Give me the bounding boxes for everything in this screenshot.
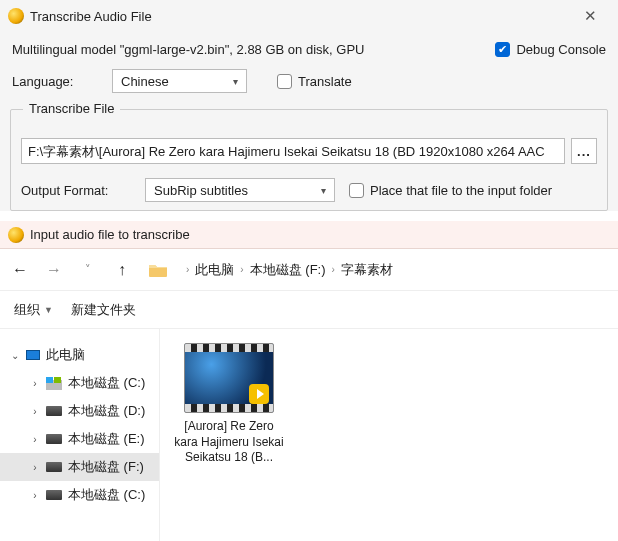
nav-row: ← → ˅ ↑ › 此电脑 › 本地磁盘 (F:) › 字幕素材 xyxy=(0,249,618,291)
folder-tree[interactable]: ⌄ 此电脑 › 本地磁盘 (C:) › 本地磁盘 (D:) › 本地磁盘 (E:… xyxy=(0,329,160,541)
output-format-label: Output Format: xyxy=(21,183,131,198)
new-folder-label: 新建文件夹 xyxy=(71,301,136,319)
pc-icon xyxy=(26,350,40,360)
player-badge-label: Player xyxy=(254,406,271,412)
chevron-right-icon: › xyxy=(186,264,189,275)
language-label: Language: xyxy=(12,74,102,89)
app-icon xyxy=(8,227,24,243)
drive-label: 本地磁盘 (F:) xyxy=(68,458,144,476)
svg-rect-2 xyxy=(54,377,61,383)
file-pane[interactable]: Player [Aurora] Re Zero kara Hajimeru Is… xyxy=(160,329,618,541)
language-select[interactable]: Chinese ▾ xyxy=(112,69,247,93)
debug-console-checkbox[interactable]: ✔ Debug Console xyxy=(495,42,606,57)
language-value: Chinese xyxy=(121,74,169,89)
tree-drive[interactable]: › 本地磁盘 (F:) xyxy=(0,453,159,481)
model-info: Multilingual model "ggml-large-v2.bin", … xyxy=(12,42,485,57)
drive-label: 本地磁盘 (E:) xyxy=(68,430,145,448)
breadcrumb-seg[interactable]: 此电脑 xyxy=(195,261,234,279)
picker-titlebar: Input audio file to transcribe xyxy=(0,221,618,249)
organize-label: 组织 xyxy=(14,301,40,319)
transcribe-dialog: Transcribe Audio File ✕ Multilingual mod… xyxy=(0,0,618,211)
file-picker: Input audio file to transcribe ← → ˅ ↑ ›… xyxy=(0,221,618,541)
tree-root[interactable]: ⌄ 此电脑 xyxy=(0,341,159,369)
up-icon[interactable]: ↑ xyxy=(114,261,130,279)
breadcrumb-seg[interactable]: 本地磁盘 (F:) xyxy=(250,261,326,279)
place-file-checkbox[interactable]: Place that file to the input folder xyxy=(349,183,552,198)
file-path-input[interactable]: F:\字幕素材\[Aurora] Re Zero kara Hajimeru I… xyxy=(21,138,565,164)
forward-icon[interactable]: → xyxy=(46,261,62,279)
twisty-closed-icon[interactable]: › xyxy=(30,378,40,389)
close-icon[interactable]: ✕ xyxy=(570,7,610,25)
output-row: Output Format: SubRip subtitles ▾ Place … xyxy=(21,178,597,202)
twisty-closed-icon[interactable]: › xyxy=(30,462,40,473)
play-badge-icon xyxy=(249,384,269,404)
drive-label: 本地磁盘 (C:) xyxy=(68,374,145,392)
picker-toolbar: 组织 ▼ 新建文件夹 xyxy=(0,291,618,329)
disk-icon xyxy=(46,462,62,472)
chevron-down-icon: ▾ xyxy=(321,185,326,196)
tree-root-label: 此电脑 xyxy=(46,346,85,364)
breadcrumb[interactable]: › 此电脑 › 本地磁盘 (F:) › 字幕素材 xyxy=(186,261,393,279)
disk-icon xyxy=(46,406,62,416)
checkbox-unchecked-icon xyxy=(277,74,292,89)
back-icon[interactable]: ← xyxy=(12,261,28,279)
picker-title: Input audio file to transcribe xyxy=(30,227,190,242)
chevron-right-icon: › xyxy=(240,264,243,275)
output-format-value: SubRip subtitles xyxy=(154,183,248,198)
translate-label: Translate xyxy=(298,74,352,89)
twisty-closed-icon[interactable]: › xyxy=(30,490,40,501)
twisty-open-icon[interactable]: ⌄ xyxy=(10,350,20,361)
checkbox-unchecked-icon xyxy=(349,183,364,198)
chevron-down-icon: ▼ xyxy=(44,305,53,315)
organize-menu[interactable]: 组织 ▼ xyxy=(14,301,53,319)
picker-body: ⌄ 此电脑 › 本地磁盘 (C:) › 本地磁盘 (D:) › 本地磁盘 (E:… xyxy=(0,329,618,541)
translate-checkbox[interactable]: Translate xyxy=(277,74,352,89)
app-icon xyxy=(8,8,24,24)
path-row: F:\字幕素材\[Aurora] Re Zero kara Hajimeru I… xyxy=(21,138,597,164)
dialog-title: Transcribe Audio File xyxy=(30,9,570,24)
dialog-titlebar: Transcribe Audio File ✕ xyxy=(0,0,618,32)
twisty-closed-icon[interactable]: › xyxy=(30,434,40,445)
drive-label: 本地磁盘 (D:) xyxy=(68,402,145,420)
disk-icon xyxy=(46,434,62,444)
tree-drive[interactable]: › 本地磁盘 (C:) xyxy=(0,481,159,509)
output-format-select[interactable]: SubRip subtitles ▾ xyxy=(145,178,335,202)
folder-icon xyxy=(148,262,168,278)
recent-chevron-icon[interactable]: ˅ xyxy=(80,263,96,276)
disk-icon xyxy=(46,490,62,500)
chevron-right-icon: › xyxy=(332,264,335,275)
file-name: [Aurora] Re Zero kara Hajimeru Isekai Se… xyxy=(174,419,284,466)
tree-drive[interactable]: › 本地磁盘 (C:) xyxy=(0,369,159,397)
drive-label: 本地磁盘 (C:) xyxy=(68,486,145,504)
chevron-down-icon: ▾ xyxy=(233,76,238,87)
tree-drive[interactable]: › 本地磁盘 (E:) xyxy=(0,425,159,453)
transcribe-file-group: Transcribe File F:\字幕素材\[Aurora] Re Zero… xyxy=(10,109,608,211)
twisty-closed-icon[interactable]: › xyxy=(30,406,40,417)
windows-drive-icon xyxy=(46,377,62,390)
breadcrumb-seg[interactable]: 字幕素材 xyxy=(341,261,393,279)
language-row: Language: Chinese ▾ Translate xyxy=(0,63,618,105)
video-thumbnail: Player xyxy=(184,343,274,413)
place-file-label: Place that file to the input folder xyxy=(370,183,552,198)
tree-drive[interactable]: › 本地磁盘 (D:) xyxy=(0,397,159,425)
checkbox-checked-icon: ✔ xyxy=(495,42,510,57)
debug-console-label: Debug Console xyxy=(516,42,606,57)
new-folder-button[interactable]: 新建文件夹 xyxy=(71,301,136,319)
browse-button[interactable]: ... xyxy=(571,138,597,164)
svg-rect-1 xyxy=(46,377,53,383)
group-legend: Transcribe File xyxy=(23,101,120,116)
file-item[interactable]: Player [Aurora] Re Zero kara Hajimeru Is… xyxy=(174,343,284,466)
model-row: Multilingual model "ggml-large-v2.bin", … xyxy=(0,32,618,63)
